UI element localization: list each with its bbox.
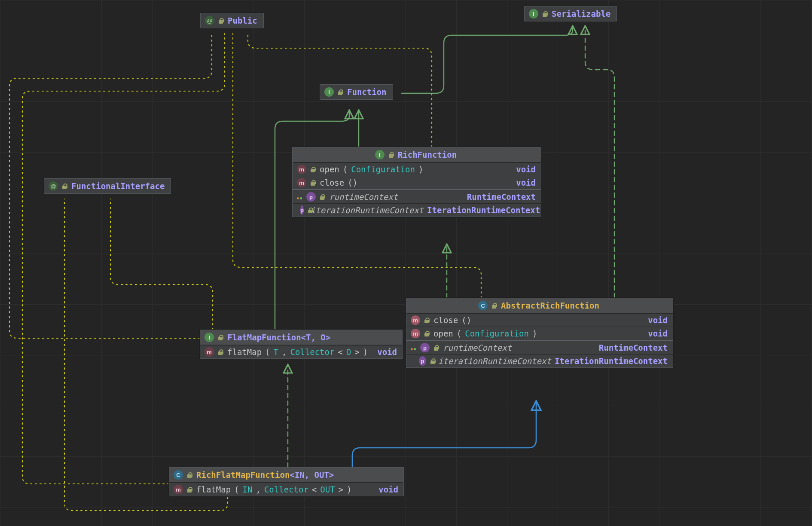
- node-title: FlatMapFunction<T, O>: [227, 333, 330, 342]
- property-name: runtimeContext: [443, 343, 512, 352]
- method-param: Configuration: [351, 165, 415, 174]
- method-icon: m: [411, 315, 420, 325]
- node-title: AbstractRichFunction: [501, 301, 599, 310]
- property-icon: p: [300, 205, 304, 215]
- connector-layer: [0, 0, 812, 526]
- node-title: RichFunction: [398, 150, 457, 159]
- interface-icon: I: [205, 333, 214, 342]
- class-node-rich-flatmap-function[interactable]: C RichFlatMapFunction<IN, OUT> m flatMap…: [169, 467, 404, 496]
- node-title: Function: [347, 87, 387, 97]
- class-node-public[interactable]: @ Public: [200, 13, 264, 28]
- method-icon: m: [205, 347, 214, 357]
- lock-icon: [491, 303, 498, 309]
- property-type: RuntimeContext: [599, 343, 668, 352]
- interface-icon: I: [529, 9, 538, 18]
- class-icon: C: [174, 470, 183, 480]
- method-param: Configuration: [465, 329, 529, 338]
- lock-icon: [433, 345, 440, 351]
- node-title: FunctionalInterface: [71, 181, 165, 191]
- property-row: p iterationRuntimeContext IterationRunti…: [406, 354, 673, 367]
- property-name: runtimeContext: [329, 192, 398, 202]
- lock-icon: [310, 166, 316, 173]
- class-node-function[interactable]: I Function: [320, 84, 393, 100]
- rw-dots-icon: [297, 194, 303, 200]
- lock-icon: [424, 317, 430, 324]
- lock-icon: [424, 330, 430, 337]
- lock-icon: [542, 11, 548, 17]
- property-type: RuntimeContext: [467, 192, 536, 202]
- class-node-flatmap-function[interactable]: I FlatMapFunction<T, O> m flatMap(T, Col…: [200, 330, 403, 359]
- method-icon: m: [297, 165, 306, 174]
- class-node-serializable[interactable]: I Serializable: [524, 6, 617, 21]
- method-name: close: [320, 178, 344, 187]
- node-title: RichFlatMapFunction<IN, OUT>: [196, 470, 334, 480]
- lock-icon: [319, 194, 326, 200]
- property-icon: p: [306, 192, 316, 202]
- class-node-rich-function[interactable]: I RichFunction m open(Configuration) voi…: [292, 147, 541, 217]
- property-row: p runtimeContext RuntimeContext: [406, 341, 673, 354]
- lock-icon: [186, 472, 193, 478]
- method-row: m close() void: [293, 176, 541, 189]
- node-title: Public: [228, 16, 257, 25]
- property-row: p runtimeContext RuntimeContext: [293, 190, 541, 203]
- method-icon: m: [411, 329, 420, 338]
- rw-dots-icon: [411, 345, 417, 351]
- annotation-icon: @: [49, 181, 58, 191]
- return-type: void: [648, 329, 668, 338]
- return-type: void: [516, 165, 536, 174]
- return-type: void: [516, 178, 536, 187]
- node-title: Serializable: [552, 9, 611, 18]
- lock-icon: [337, 89, 344, 95]
- method-row: m close() void: [406, 313, 673, 327]
- lock-icon: [310, 180, 316, 186]
- lock-icon: [217, 349, 224, 355]
- lock-icon: [186, 486, 193, 493]
- property-icon: p: [420, 343, 430, 352]
- lock-icon: [217, 334, 224, 341]
- method-name: flatMap: [227, 347, 262, 357]
- method-row: m flatMap(IN, Collector<OUT>) void: [169, 483, 403, 496]
- method-name: open: [320, 165, 339, 174]
- return-type: void: [648, 315, 668, 325]
- method-name: close: [433, 315, 458, 325]
- return-type: void: [377, 347, 397, 357]
- property-type: IterationRuntimeContext: [427, 205, 540, 215]
- annotation-icon: @: [205, 16, 214, 25]
- property-name: iterationRuntimeContext: [438, 356, 551, 366]
- class-node-functional-interface[interactable]: @ FunctionalInterface: [44, 178, 171, 194]
- method-icon: m: [174, 485, 183, 494]
- property-row: p iterationRuntimeContext IterationRunti…: [293, 203, 541, 217]
- return-type: void: [379, 485, 398, 494]
- method-row: m open(Configuration) void: [293, 162, 541, 176]
- class-node-abstract-rich-function[interactable]: C AbstractRichFunction m close() void m …: [406, 298, 673, 368]
- method-row: m flatMap(T, Collector<O>) void: [200, 345, 402, 358]
- lock-icon: [388, 152, 394, 158]
- method-icon: m: [297, 178, 306, 187]
- background-grid: [0, 0, 812, 526]
- interface-icon: I: [375, 150, 385, 159]
- method-name: open: [433, 329, 453, 338]
- lock-icon: [61, 183, 68, 190]
- property-icon: p: [419, 356, 426, 366]
- interface-icon: I: [324, 87, 334, 97]
- method-row: m open(Configuration) void: [406, 327, 673, 340]
- method-name: flatMap: [196, 485, 231, 494]
- lock-icon: [430, 358, 435, 364]
- property-type: IterationRuntimeContext: [555, 356, 668, 366]
- property-name: iterationRuntimeContext: [311, 205, 424, 215]
- class-icon: C: [478, 301, 488, 310]
- lock-icon: [218, 18, 224, 24]
